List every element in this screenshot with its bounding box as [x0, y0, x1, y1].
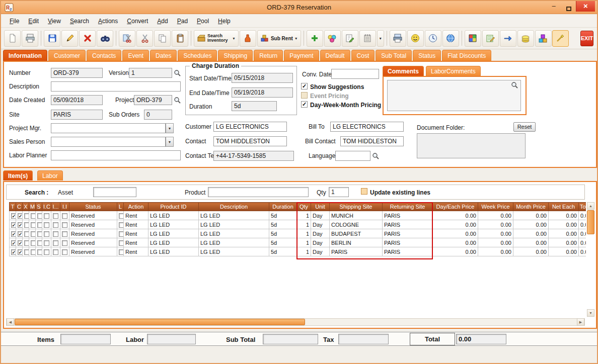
checkbox[interactable] [37, 222, 42, 228]
minimize-button[interactable]: – [547, 1, 561, 12]
tab-labor[interactable]: Labor [37, 170, 63, 180]
paint-bucket-button[interactable] [240, 30, 256, 47]
checkbox[interactable] [53, 240, 58, 246]
checkbox[interactable] [62, 231, 67, 237]
show-suggestions-checkbox[interactable]: ✓ [301, 83, 308, 89]
table-row[interactable]: ✓✓ ReservedRentLG LEDLG LED5d1DayBERLINP… [10, 238, 586, 247]
product-input[interactable] [208, 187, 309, 197]
checkbox-checked[interactable]: ✓ [18, 240, 23, 246]
save-button[interactable] [44, 30, 60, 47]
cell-returning-site[interactable]: PARIS [383, 220, 433, 229]
cell-day-each-price[interactable]: 0.00 [433, 238, 478, 247]
cell-duration[interactable]: 5d [269, 220, 297, 229]
cell-description[interactable]: LG LED [199, 229, 269, 238]
checkbox[interactable] [31, 213, 36, 219]
cell-description[interactable]: LG LED [199, 211, 269, 220]
cell-action[interactable]: Rent [124, 238, 148, 247]
event-pricing-checkbox[interactable] [301, 92, 308, 99]
magic-wand-button[interactable] [552, 30, 569, 47]
checkbox-checked[interactable]: ✓ [18, 231, 23, 237]
cell-qty[interactable]: 1 [297, 229, 311, 238]
cell-shipping-site[interactable]: BERLIN [330, 238, 383, 247]
comments-textarea[interactable] [387, 80, 521, 111]
description-field[interactable] [51, 81, 181, 92]
project-mgr-dropdown-button[interactable]: ▼ [166, 123, 174, 133]
tab-default[interactable]: Default [320, 50, 350, 61]
edit-note-button[interactable] [342, 30, 358, 47]
scroll-down-button[interactable]: ▼ [587, 309, 594, 317]
checkbox[interactable] [119, 213, 124, 219]
cell-unit[interactable]: Day [311, 229, 330, 238]
checkbox[interactable] [44, 213, 49, 219]
checkbox[interactable] [119, 231, 124, 237]
tab-shipping[interactable]: Shipping [218, 50, 253, 61]
checkbox[interactable] [24, 231, 29, 237]
table-row[interactable]: ✓✓ ReservedRentLG LEDLG LED5d1DayPARISPA… [10, 247, 586, 256]
cell-shipping-site[interactable]: PARIS [330, 247, 383, 256]
cell-tot[interactable]: 0.00 [579, 238, 586, 247]
checkbox-checked[interactable]: ✓ [11, 231, 16, 237]
contact-field[interactable]: TOM HIDDLESTON [213, 136, 287, 146]
cell-net-each[interactable]: 0.00 [549, 220, 579, 229]
history-clock-button[interactable] [425, 30, 441, 47]
table-row[interactable]: ✓✓ ReservedRentLG LEDLG LED5d1DayCOLOGNE… [10, 220, 586, 229]
project-lookup-button[interactable] [173, 96, 181, 104]
checkbox[interactable] [53, 222, 58, 228]
close-button[interactable]: × [576, 1, 595, 12]
add-line-button[interactable] [307, 30, 323, 47]
cell-qty[interactable]: 1 [297, 238, 311, 247]
cell-status[interactable]: Reserved [69, 220, 117, 229]
checkbox[interactable] [119, 240, 124, 246]
cell-week-price[interactable]: 0.00 [478, 229, 513, 238]
reset-button[interactable]: Reset [513, 122, 536, 132]
cell-shipping-site[interactable]: BUDAPEST [330, 229, 383, 238]
checkbox[interactable] [24, 240, 29, 246]
cell-month-price[interactable]: 0.00 [513, 211, 549, 220]
comments-lookup-button[interactable] [510, 81, 518, 89]
sales-person-field[interactable] [51, 137, 166, 147]
project-field[interactable]: ORD-379 [134, 95, 172, 105]
menu-actions[interactable]: Actions [94, 16, 122, 27]
cell-product-id[interactable]: LG LED [148, 211, 199, 220]
cell-duration[interactable]: 5d [269, 238, 297, 247]
checkbox[interactable] [24, 249, 29, 255]
bill-to-field[interactable]: LG ELECTRONICS [330, 122, 404, 132]
checkbox[interactable] [44, 240, 49, 246]
checkbox[interactable] [31, 240, 36, 246]
checkbox[interactable] [62, 249, 67, 255]
checkbox[interactable] [44, 249, 49, 255]
new-document-button[interactable] [4, 30, 21, 47]
horizontal-scrollbar-thumb[interactable] [15, 319, 305, 325]
tab-comments[interactable]: Comments [383, 66, 424, 76]
checkbox[interactable] [53, 231, 58, 237]
qty-input[interactable]: 1 [329, 187, 349, 197]
tab-cost[interactable]: Cost [351, 50, 375, 61]
menu-file[interactable]: File [5, 16, 24, 27]
date-created-field[interactable]: 05/09/2018 [51, 95, 103, 105]
checkbox-checked[interactable]: ✓ [11, 240, 16, 246]
tab-customer[interactable]: Customer [48, 50, 86, 61]
checkbox-checked[interactable]: ✓ [18, 213, 23, 219]
checkbox-checked[interactable]: ✓ [18, 222, 23, 228]
labor-planner-field[interactable] [51, 150, 181, 160]
print-button[interactable] [22, 30, 38, 47]
search-inventory-button[interactable]: Search Inventory ▼ [194, 30, 239, 47]
customer-field[interactable]: LG ELECTRONICS [213, 122, 287, 132]
delete-button[interactable] [79, 30, 96, 47]
document-folder-area[interactable] [417, 133, 526, 158]
start-date-field[interactable]: 05/15/2018 [232, 73, 293, 83]
globe-button[interactable] [442, 30, 459, 47]
cell-status[interactable]: Reserved [69, 229, 117, 238]
checkbox-checked[interactable]: ✓ [11, 213, 16, 219]
cube-button[interactable] [465, 30, 481, 47]
checkbox[interactable] [44, 222, 49, 228]
cell-month-price[interactable]: 0.00 [513, 220, 549, 229]
menu-view[interactable]: View [43, 16, 65, 27]
tab-contacts[interactable]: Contacts [87, 50, 121, 61]
cell-returning-site[interactable]: PARIS [383, 238, 433, 247]
checkbox-checked[interactable]: ✓ [18, 249, 23, 255]
cell-duration[interactable]: 5d [269, 211, 297, 220]
cell-product-id[interactable]: LG LED [148, 238, 199, 247]
cell-shipping-site[interactable]: COLOGNE [330, 220, 383, 229]
checkbox[interactable] [37, 249, 42, 255]
